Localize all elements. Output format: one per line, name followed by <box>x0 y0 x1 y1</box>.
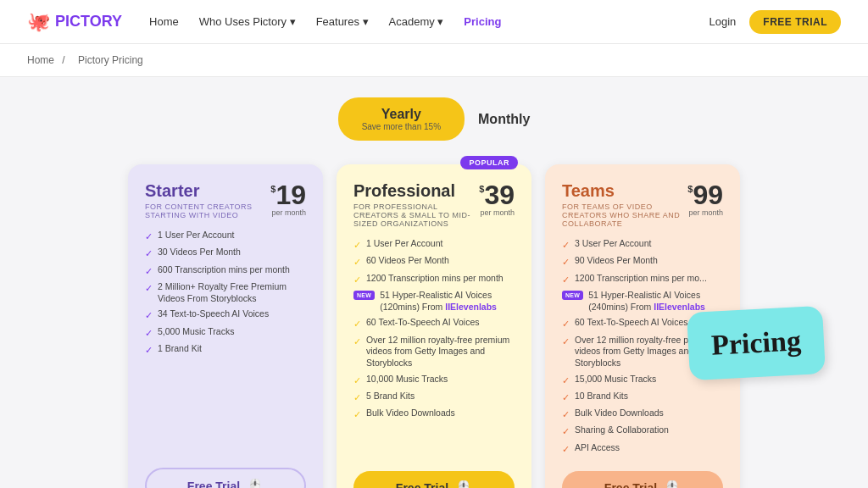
check-icon: ✓ <box>145 265 153 277</box>
nav-who-uses[interactable]: Who Uses Pictory ▾ <box>199 15 296 28</box>
list-item: ✓10,000 Music Tracks <box>353 374 515 386</box>
list-item: ✓10 Brand Kits <box>562 391 723 403</box>
starter-subtitle: FOR CONTENT CREATORS STARTING WITH VIDEO <box>145 202 270 219</box>
check-icon: ✓ <box>145 309 153 321</box>
list-item: ✓60 Text-To-Speech AI Voices <box>353 317 515 330</box>
monthly-toggle-button[interactable]: Monthly <box>478 112 530 127</box>
professional-header: Professional FOR PROFESSIONAL CREATORS &… <box>353 181 515 228</box>
starter-header: Starter FOR CONTENT CREATORS STARTING WI… <box>145 181 306 219</box>
teams-price: $99 per month <box>687 181 723 217</box>
professional-free-trial-button[interactable]: Free Trial 🖱️ <box>353 471 515 488</box>
professional-title: Professional <box>353 181 479 201</box>
breadcrumb-current: Pictory Pricing <box>78 54 143 66</box>
check-icon: ✓ <box>353 391 361 403</box>
list-item: ✓API Access <box>562 442 723 455</box>
nav-free-trial-button[interactable]: FREE TRIAL <box>749 10 841 34</box>
breadcrumb-separator: / <box>62 54 64 66</box>
new-badge: NEW <box>562 291 583 300</box>
starter-title: Starter <box>145 181 270 201</box>
new-badge: NEW <box>353 291 375 300</box>
starter-price: $19 per month <box>270 181 306 217</box>
list-item: ✓600 Transcription mins per month <box>145 264 306 277</box>
pricing-cards: Starter FOR CONTENT CREATORS STARTING WI… <box>27 164 841 488</box>
breadcrumb: Home / Pictory Pricing <box>0 44 868 77</box>
teams-free-trial-button[interactable]: Free Trial 🖱️ <box>562 471 723 488</box>
professional-period: per month <box>479 208 515 217</box>
list-item: ✓Sharing & Collaboration <box>562 424 723 437</box>
cursor-icon: 🖱️ <box>664 480 681 488</box>
check-icon: ✓ <box>562 425 570 437</box>
check-icon: ✓ <box>562 443 570 455</box>
check-icon: ✓ <box>353 256 361 268</box>
nav-right: Login FREE TRIAL <box>709 10 841 34</box>
starter-free-trial-button[interactable]: Free Trial 🖱️ <box>145 468 306 488</box>
starter-cta-label: Free Trial <box>187 480 240 488</box>
check-icon: ✓ <box>562 256 570 268</box>
teams-subtitle: FOR TEAMS OF VIDEO CREATORS WHO SHARE AN… <box>562 202 687 228</box>
logo-icon: 🐙 <box>27 11 50 33</box>
check-icon: ✓ <box>145 282 153 294</box>
nav-links: Home Who Uses Pictory ▾ Features ▾ Acade… <box>149 15 682 28</box>
check-icon: ✓ <box>353 318 361 330</box>
professional-info: Professional FOR PROFESSIONAL CREATORS &… <box>353 181 479 228</box>
list-item: NEW51 Hyper-Realistic AI Voices (240mins… <box>562 290 723 313</box>
nav-login[interactable]: Login <box>709 15 737 28</box>
professional-features: ✓1 User Per Account ✓60 Videos Per Month… <box>353 238 515 459</box>
teams-period: per month <box>687 208 723 217</box>
check-icon: ✓ <box>562 408 570 420</box>
check-icon: ✓ <box>353 374 361 386</box>
check-icon: ✓ <box>145 327 153 339</box>
list-item: ✓60 Videos Per Month <box>353 255 515 268</box>
list-item: ✓1 User Per Account <box>145 230 306 242</box>
check-icon: ✓ <box>562 374 570 386</box>
nav-features[interactable]: Features ▾ <box>316 15 369 28</box>
list-item: ✓Bulk Video Downloads <box>353 408 515 420</box>
check-icon: ✓ <box>353 274 361 286</box>
list-item: ✓1 Brand Kit <box>145 343 306 356</box>
list-item: ✓30 Videos Per Month <box>145 247 306 259</box>
popular-badge: POPULAR <box>460 156 518 169</box>
professional-card: POPULAR Professional FOR PROFESSIONAL CR… <box>337 164 531 488</box>
logo[interactable]: 🐙 PICTORY <box>27 11 122 33</box>
check-icon: ✓ <box>353 239 361 251</box>
check-icon: ✓ <box>145 247 153 259</box>
starter-info: Starter FOR CONTENT CREATORS STARTING WI… <box>145 181 270 219</box>
list-item: ✓1 User Per Account <box>353 238 515 251</box>
check-icon: ✓ <box>353 408 361 420</box>
cursor-icon: 🖱️ <box>247 478 264 488</box>
nav-academy[interactable]: Academy ▾ <box>389 15 444 28</box>
professional-amount: 39 <box>484 180 515 210</box>
list-item: NEW51 Hyper-Realistic AI Voices (120mins… <box>353 290 515 313</box>
main-content: Yearly Save more than 15% Monthly Starte… <box>0 77 868 488</box>
starter-features: ✓1 User Per Account ✓30 Videos Per Month… <box>145 230 306 456</box>
list-item: ✓34 Text-to-Speech AI Voices <box>145 308 306 321</box>
teams-header: Teams FOR TEAMS OF VIDEO CREATORS WHO SH… <box>562 181 723 228</box>
check-icon: ✓ <box>562 274 570 286</box>
nav-pricing[interactable]: Pricing <box>464 15 501 28</box>
yearly-label: Yearly <box>362 106 441 122</box>
list-item: ✓90 Videos Per Month <box>562 255 723 268</box>
pricing-sticker-text: Pricing <box>710 324 802 361</box>
list-item: ✓5 Brand Kits <box>353 391 515 403</box>
starter-card: Starter FOR CONTENT CREATORS STARTING WI… <box>128 164 323 488</box>
teams-title: Teams <box>562 181 687 201</box>
cursor-icon: 🖱️ <box>455 480 472 488</box>
starter-amount: 19 <box>275 180 306 210</box>
breadcrumb-home[interactable]: Home <box>27 54 54 66</box>
nav-home[interactable]: Home <box>149 15 179 28</box>
professional-subtitle: FOR PROFESSIONAL CREATORS & SMALL TO MID… <box>353 202 479 228</box>
logo-text: PICTORY <box>55 13 122 30</box>
yearly-sublabel: Save more than 15% <box>362 122 441 132</box>
yearly-toggle-button[interactable]: Yearly Save more than 15% <box>338 97 465 141</box>
list-item: ✓1200 Transcription mins per month <box>353 273 515 286</box>
professional-cta-label: Free Trial <box>396 481 448 488</box>
list-item: ✓3 User Per Account <box>562 238 723 251</box>
check-icon: ✓ <box>145 344 153 356</box>
check-icon: ✓ <box>562 336 570 347</box>
professional-price: $39 per month <box>479 181 515 217</box>
check-icon: ✓ <box>562 391 570 403</box>
starter-period: per month <box>270 208 306 217</box>
list-item: ✓2 Million+ Royalty Free Premium Videos … <box>145 281 306 304</box>
list-item: ✓1200 Transcription mins per mo... <box>562 273 723 286</box>
teams-info: Teams FOR TEAMS OF VIDEO CREATORS WHO SH… <box>562 181 687 228</box>
